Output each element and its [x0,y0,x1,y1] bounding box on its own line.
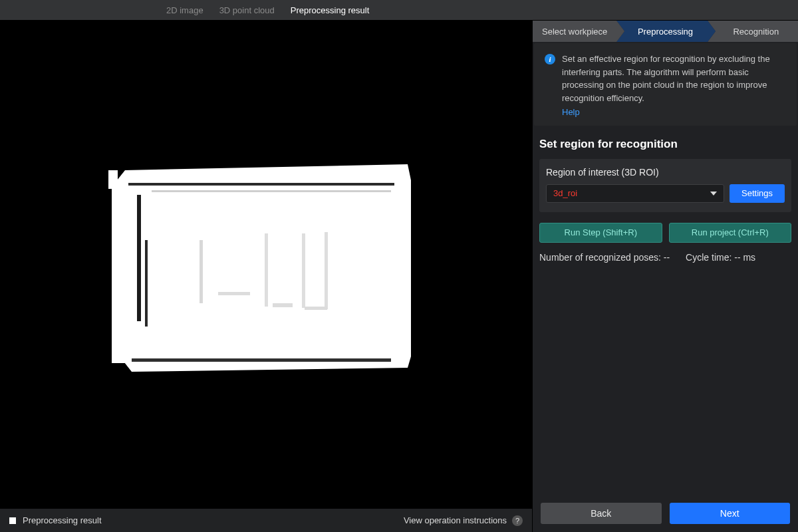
side-panel: Select workpiece Preprocessing Recogniti… [532,21,798,532]
footer-square-icon [9,517,16,524]
cycle-time-stat: Cycle time: -- ms [686,252,755,263]
svg-rect-14 [305,307,327,310]
run-step-button[interactable]: Run Step (Shift+R) [539,223,662,243]
help-link[interactable]: Help [562,106,580,119]
footer-title: Preprocessing result [23,515,102,525]
svg-rect-13 [325,232,328,309]
preprocessing-viewer[interactable] [0,21,532,508]
view-instructions-label: View operation instructions [404,515,507,525]
step-preprocessing[interactable]: Preprocessing [616,21,707,42]
next-button[interactable]: Next [670,503,791,524]
svg-rect-6 [128,183,394,186]
recognized-poses-stat: Number of recognized poses: -- [539,252,670,263]
roi-select[interactable]: 3d_roi [546,184,724,203]
svg-rect-5 [145,240,148,327]
back-button[interactable]: Back [541,503,662,524]
svg-rect-11 [273,303,293,307]
svg-rect-15 [152,190,391,192]
svg-rect-3 [108,170,118,189]
tab-2d-image[interactable]: 2D image [166,5,203,15]
tab-preprocessing-result[interactable]: Preprocessing result [291,5,370,15]
step-recognition[interactable]: Recognition [708,21,798,42]
tab-3d-point-cloud[interactable]: 3D point cloud [219,5,275,15]
svg-rect-9 [218,292,250,295]
svg-rect-10 [265,233,268,307]
section-title: Set region for recognition [539,138,791,151]
viewer-column: Preprocessing result View operation inst… [0,21,532,532]
svg-rect-8 [200,240,203,303]
info-box: i Set an effective region for recognitio… [534,43,797,126]
svg-rect-2 [112,340,125,363]
step-select-workpiece[interactable]: Select workpiece [533,21,616,42]
wizard-nav: Back Next [533,496,798,532]
roi-panel: Region of interest (3D ROI) 3d_roi Setti… [539,159,791,212]
viewer-footer: Preprocessing result View operation inst… [0,508,532,532]
help-icon: ? [512,515,523,526]
view-instructions-link[interactable]: View operation instructions ? [404,515,523,526]
roi-settings-button[interactable]: Settings [730,184,785,203]
view-tabs: 2D image 3D point cloud Preprocessing re… [0,0,798,21]
roi-label: Region of interest (3D ROI) [546,167,785,178]
chevron-down-icon [710,192,717,196]
run-project-button[interactable]: Run project (Ctrl+R) [669,223,792,243]
roi-select-value: 3d_roi [553,188,577,198]
preprocessing-image [78,134,454,395]
info-text: Set an effective region for recognition … [562,54,770,103]
svg-marker-1 [112,164,411,372]
svg-rect-4 [137,195,141,321]
svg-rect-7 [132,358,391,362]
info-icon: i [545,54,555,65]
wizard-steps: Select workpiece Preprocessing Recogniti… [533,21,798,42]
svg-rect-12 [302,233,305,308]
